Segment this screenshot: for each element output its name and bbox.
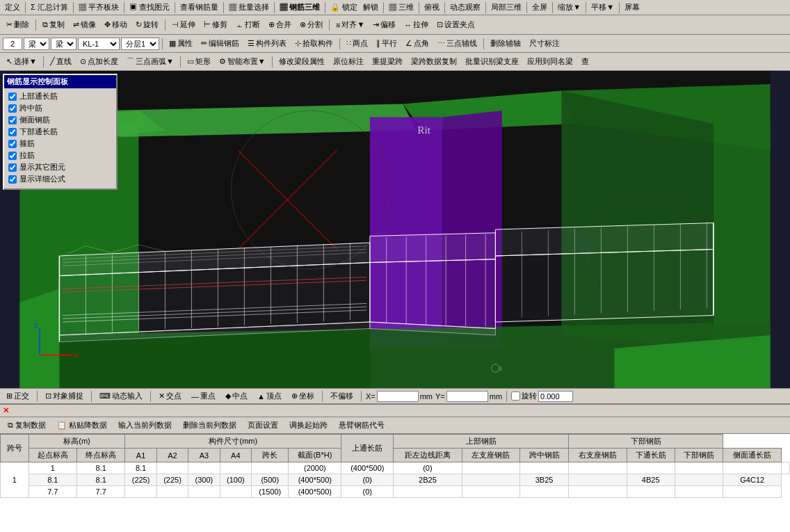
menu-rebar-3d[interactable]: ▦ 钢筋三维 xyxy=(277,1,322,13)
btn-in-place-anno[interactable]: 原位标注 xyxy=(330,54,367,69)
btn-snap[interactable]: ⊡ 对象捕捉 xyxy=(42,389,87,403)
btn-no-offset[interactable]: 不偏移 xyxy=(327,389,357,403)
menu-align-slab[interactable]: ▦ 平齐板块 xyxy=(76,1,121,13)
3d-viewport[interactable]: 9 Z X Y Rit 钢筋显示控制面板 上部通长筋 xyxy=(0,71,790,388)
menu-batch-select[interactable]: ▦ 批量选择 xyxy=(227,1,271,13)
btn-batch-support[interactable]: 批量识别梁支座 xyxy=(462,54,522,69)
menu-define[interactable]: 定义 xyxy=(3,1,22,13)
btn-pick-comp[interactable]: ⊹ 拾取构件 xyxy=(291,36,337,51)
btn-edit-rebar[interactable]: ✏ 编辑钢筋 xyxy=(198,36,243,51)
btn-swap-span[interactable]: 调换起始跨 xyxy=(284,418,332,433)
btn-stretch[interactable]: ↔ 拉伸 xyxy=(401,17,432,32)
btn-ortho[interactable]: ⊞ 正交 xyxy=(3,389,33,403)
btn-delete[interactable]: ✂ 删除 xyxy=(3,17,33,32)
btn-extend[interactable]: ⊣ 延伸 xyxy=(168,17,199,32)
checkbox-show-formula[interactable] xyxy=(8,175,17,184)
menu-find-elem[interactable]: ▣ 查找图元 xyxy=(127,1,172,13)
btn-modify-seg[interactable]: 修改梁段属性 xyxy=(275,54,328,69)
btn-three-point-aux[interactable]: ⋯ 三点辅线 xyxy=(434,36,481,51)
btn-comp-list[interactable]: ☰ 构件列表 xyxy=(244,36,290,51)
menu-local-3d[interactable]: 局部三维 xyxy=(489,1,524,13)
layer-select[interactable]: 分层1 xyxy=(121,38,159,50)
menu-view-rebar[interactable]: 查看钢筋量 xyxy=(178,1,220,13)
btn-select[interactable]: ↖ 选择▼ xyxy=(3,54,40,69)
btn-line[interactable]: ╱ 直线 xyxy=(47,54,75,69)
rotate-input[interactable] xyxy=(538,391,573,402)
btn-point-angle[interactable]: ∠ 点角 xyxy=(402,36,433,51)
btn-dim[interactable]: 尺寸标注 xyxy=(526,36,563,51)
btn-del-aux[interactable]: 删除辅轴 xyxy=(487,36,524,51)
btn-break[interactable]: ⫠ 打断 xyxy=(232,17,264,32)
menu-calc[interactable]: Σ 汇总计算 xyxy=(29,1,70,13)
rebar-item-4[interactable]: 箍筋 xyxy=(8,138,112,149)
rebar-item-1[interactable]: 跨中筋 xyxy=(8,103,112,113)
rebar-item-7[interactable]: 显示详细公式 xyxy=(8,174,112,184)
btn-property[interactable]: ▦ 属性 xyxy=(166,36,196,51)
btn-check[interactable]: 查 xyxy=(578,54,592,69)
rebar-item-5[interactable]: 拉筋 xyxy=(8,150,112,161)
btn-del-col[interactable]: 删除当前列数据 xyxy=(178,418,241,433)
btn-merge[interactable]: ⊕ 合并 xyxy=(265,17,295,32)
btn-split[interactable]: ⊗ 分割 xyxy=(296,17,326,32)
btn-midpoint[interactable]: ◆ 中点 xyxy=(222,389,251,403)
btn-rect[interactable]: ▭ 矩形 xyxy=(184,54,214,69)
checkbox-upper-cont[interactable] xyxy=(8,92,17,101)
btn-re-span[interactable]: 重提梁跨 xyxy=(369,54,406,69)
type1-select[interactable]: 梁 xyxy=(24,38,49,50)
checkbox-lower-cont[interactable] xyxy=(8,128,17,136)
menu-pan[interactable]: 平移▼ xyxy=(589,1,616,13)
cell-a4-1: (100) xyxy=(220,474,251,486)
data-table-container[interactable]: 跨号 标高(m) 构件尺寸(mm) 上通长筋 上部钢筋 下部钢筋 起点标高 终点… xyxy=(0,434,790,532)
close-icon[interactable]: ✕ xyxy=(3,406,9,415)
btn-span-copy[interactable]: 梁跨数据复制 xyxy=(408,54,460,69)
btn-grip[interactable]: ⊡ 设置夹点 xyxy=(433,17,478,32)
checkbox-show-other[interactable] xyxy=(8,163,17,172)
checkbox-mid-rebar[interactable] xyxy=(8,104,17,113)
btn-apex[interactable]: ▲ 顶点 xyxy=(254,389,285,403)
menu-lock[interactable]: 🔒 锁定 xyxy=(328,1,360,13)
x-input[interactable] xyxy=(377,391,419,402)
col-lower-rebar: 下部钢筋 xyxy=(568,435,723,449)
rebar-item-6[interactable]: 显示其它图元 xyxy=(8,162,112,172)
menu-fullscreen[interactable]: 全屏 xyxy=(530,1,549,13)
btn-intersect[interactable]: ✕ 交点 xyxy=(155,389,185,403)
btn-cantilever-code[interactable]: 悬臂钢筋代号 xyxy=(334,418,389,433)
btn-copy[interactable]: ⧉ 复制 xyxy=(39,17,68,32)
btn-parallel[interactable]: ∥ 平行 xyxy=(373,36,401,51)
type2-select[interactable]: 梁 xyxy=(51,38,76,50)
btn-page-setup[interactable]: 页面设置 xyxy=(243,418,283,433)
menu-zoom[interactable]: 缩放▼ xyxy=(556,1,583,13)
btn-coord[interactable]: ⊕ 坐标 xyxy=(288,389,318,403)
btn-smart-layout[interactable]: ⚙ 智能布置▼ xyxy=(216,54,269,69)
btn-offset[interactable]: ⇥ 偏移 xyxy=(369,17,399,32)
y-input[interactable] xyxy=(446,391,488,402)
btn-apply-same[interactable]: 应用到同名梁 xyxy=(524,54,577,69)
btn-dynamic-input[interactable]: ⌨ 动态输入 xyxy=(96,389,146,403)
btn-point-len[interactable]: ⊙ 点加长度 xyxy=(76,54,122,69)
rebar-item-2[interactable]: 侧面钢筋 xyxy=(8,115,112,125)
btn-align[interactable]: ≡ 对齐▼ xyxy=(332,17,368,32)
btn-mirror[interactable]: ⇌ 镜像 xyxy=(70,17,99,32)
btn-trim[interactable]: ⊢ 修剪 xyxy=(200,17,231,32)
checkbox-side-rebar[interactable] xyxy=(8,116,17,124)
btn-arc[interactable]: ⌒ 三点画弧▼ xyxy=(123,54,177,69)
btn-rotate[interactable]: ↻ 旋转 xyxy=(132,17,162,32)
btn-copy-data[interactable]: ⧉ 复制数据 xyxy=(3,418,51,433)
menu-dynamic-observe[interactable]: 动态观察 xyxy=(448,1,483,13)
btn-input-col[interactable]: 输入当前列数据 xyxy=(113,418,177,433)
checkbox-tie-bar[interactable] xyxy=(8,152,17,160)
layer-num-input[interactable] xyxy=(3,38,22,50)
menu-screen[interactable]: 屏幕 xyxy=(622,1,642,13)
btn-key-pt[interactable]: — 重点 xyxy=(188,389,219,403)
btn-two-point[interactable]: ∷ 两点 xyxy=(343,36,371,51)
btn-paste-data[interactable]: 📋 粘贴降数据 xyxy=(52,418,112,433)
menu-topview[interactable]: 俯视 xyxy=(422,1,442,13)
checkbox-stirrup[interactable] xyxy=(8,140,17,148)
rotate-checkbox[interactable] xyxy=(511,392,520,401)
menu-unlock[interactable]: 解锁 xyxy=(361,1,380,13)
rebar-item-0[interactable]: 上部通长筋 xyxy=(8,91,112,102)
menu-3d[interactable]: ▦ 三维 xyxy=(387,1,416,13)
name-select[interactable]: KL-1 xyxy=(78,38,120,50)
rebar-item-3[interactable]: 下部通长筋 xyxy=(8,127,112,137)
btn-move[interactable]: ✥ 移动 xyxy=(101,17,131,32)
